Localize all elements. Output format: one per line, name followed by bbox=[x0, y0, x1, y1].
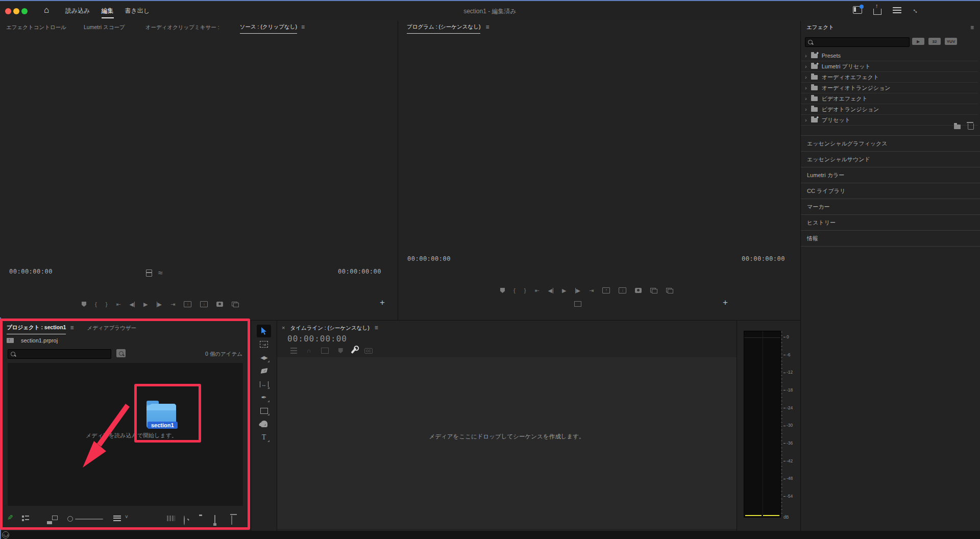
linked-selection-icon[interactable] bbox=[321, 348, 329, 354]
play-icon[interactable]: ▶ bbox=[562, 288, 566, 293]
step-back-icon[interactable]: ◀ bbox=[548, 288, 553, 293]
play-icon[interactable]: ▶ bbox=[143, 302, 148, 307]
go-to-out-icon[interactable]: ⇥ bbox=[170, 302, 175, 307]
program-button-editor-icon[interactable]: + bbox=[723, 298, 728, 308]
nested-sequence-icon[interactable] bbox=[290, 348, 297, 354]
tree-item-video-effects[interactable]: › ビデオエフェクト bbox=[801, 93, 978, 104]
step-back-icon[interactable]: ◀ bbox=[130, 302, 135, 307]
panel-header-markers[interactable]: マーカー bbox=[801, 199, 980, 214]
list-view-icon[interactable] bbox=[22, 516, 29, 521]
mark-out-icon[interactable]: } bbox=[524, 288, 526, 293]
mark-in-icon[interactable]: { bbox=[95, 302, 97, 307]
tree-item-lumetri-presets[interactable]: › Lumetri プリセット bbox=[801, 61, 978, 72]
clear-icon[interactable] bbox=[231, 516, 232, 525]
panel-header-essential-graphics[interactable]: エッセンシャルグラフィックス bbox=[801, 135, 980, 151]
project-search-input[interactable] bbox=[8, 349, 111, 359]
mark-out-icon[interactable]: } bbox=[106, 302, 108, 307]
new-item-icon[interactable] bbox=[214, 515, 215, 525]
timeline-settings-wrench-icon[interactable] bbox=[351, 348, 356, 354]
source-panel-menu-icon[interactable]: ≡ bbox=[301, 23, 305, 31]
tab-lumetri-scopes[interactable]: Lumetri スコープ bbox=[84, 21, 125, 34]
progress-dashboard-icon[interactable] bbox=[853, 6, 862, 14]
yuv-effects-icon[interactable]: YUV bbox=[945, 38, 957, 45]
audio-waveform-icon[interactable]: ≈ bbox=[158, 268, 163, 278]
search-bin-icon[interactable] bbox=[116, 349, 126, 357]
sort-chevron-down-icon[interactable]: ˅ bbox=[125, 514, 128, 520]
mark-in-icon[interactable]: { bbox=[513, 288, 516, 293]
tree-item-audio-effects[interactable]: › オーディオエフェクト bbox=[801, 72, 978, 83]
chevron-right-icon[interactable]: › bbox=[805, 53, 807, 59]
overwrite-icon[interactable]: ↓ bbox=[200, 301, 208, 307]
preview-thumbnails-icon[interactable] bbox=[167, 516, 175, 521]
panel-header-lumetri-color[interactable]: Lumetri カラー bbox=[801, 167, 980, 183]
source-button-editor-icon[interactable]: + bbox=[380, 298, 385, 308]
type-tool[interactable]: T bbox=[257, 431, 271, 444]
panel-header-info[interactable]: 情報 bbox=[801, 230, 980, 247]
tab-source[interactable]: ソース : (クリップなし) bbox=[240, 20, 297, 34]
lift-icon[interactable]: ↑ bbox=[602, 287, 610, 293]
close-panel-icon[interactable]: × bbox=[282, 325, 285, 331]
delete-custom-item-icon[interactable] bbox=[968, 124, 974, 130]
sort-icons-icon[interactable] bbox=[113, 516, 121, 521]
insert-icon[interactable]: ↓ bbox=[184, 301, 191, 307]
effects-search-input[interactable] bbox=[805, 37, 910, 47]
export-frame-icon[interactable] bbox=[635, 288, 642, 293]
tab-program[interactable]: プログラム : (シーケンスなし) bbox=[407, 20, 480, 34]
panel-header-cc-libraries[interactable]: CC ライブラリ bbox=[801, 183, 980, 199]
chevron-right-icon[interactable]: › bbox=[805, 106, 807, 112]
chevron-right-icon[interactable]: › bbox=[805, 63, 807, 69]
accelerated-effects-icon[interactable]: ▶ bbox=[912, 38, 924, 45]
track-select-forward-tool[interactable]: → bbox=[257, 338, 271, 351]
add-marker-icon[interactable] bbox=[338, 348, 343, 353]
timeline-timecode[interactable]: 00:00:00:00 bbox=[287, 334, 347, 344]
snap-magnet-icon[interactable]: ∩ bbox=[307, 347, 311, 354]
panel-header-history[interactable]: ヒストリー bbox=[801, 214, 980, 230]
audio-level-meter[interactable] bbox=[744, 331, 781, 518]
chevron-right-icon[interactable]: › bbox=[805, 85, 807, 91]
rectangle-tool[interactable] bbox=[257, 404, 271, 417]
chevron-right-icon[interactable]: › bbox=[805, 95, 807, 102]
workspaces-icon[interactable] bbox=[893, 7, 901, 13]
tab-project[interactable]: プロジェクト : section1 bbox=[7, 321, 66, 334]
quick-export-icon[interactable]: ↑ bbox=[873, 9, 881, 15]
panel-header-essential-sound[interactable]: エッセンシャルサウンド bbox=[801, 151, 980, 167]
export-frame-icon[interactable] bbox=[216, 302, 223, 307]
chevron-right-icon[interactable]: › bbox=[805, 74, 807, 80]
zoom-slider[interactable] bbox=[67, 516, 103, 522]
find-icon[interactable] bbox=[184, 516, 185, 525]
comparison-view-icon[interactable] bbox=[666, 288, 673, 293]
program-panel-menu-icon[interactable]: ≡ bbox=[485, 23, 489, 31]
pen-tool[interactable]: ✒ bbox=[257, 391, 271, 404]
effects-panel-menu-icon[interactable]: ≡ bbox=[970, 24, 974, 31]
hand-tool[interactable] bbox=[257, 418, 271, 430]
add-marker-icon[interactable] bbox=[500, 288, 505, 293]
go-to-out-icon[interactable]: ⇥ bbox=[589, 288, 594, 293]
tab-audio-clip-mixer[interactable]: オーディオクリップミキサー : bbox=[145, 21, 219, 34]
navigate-up-icon[interactable] bbox=[7, 338, 14, 343]
32bit-color-icon[interactable]: 32 bbox=[928, 38, 941, 45]
zoom-slider-track[interactable] bbox=[75, 519, 103, 520]
timeline-panel-menu-icon[interactable]: ≡ bbox=[375, 324, 378, 331]
step-forward-icon[interactable]: ▶ bbox=[157, 302, 162, 307]
project-file-name[interactable]: section1.prproj bbox=[21, 337, 58, 344]
multi-camera-icon[interactable] bbox=[650, 288, 657, 293]
tab-timeline[interactable]: タイムライン : (シーケンスなし) bbox=[290, 322, 369, 334]
tree-item-presets-jp[interactable]: › プリセット bbox=[801, 115, 978, 126]
tab-effect-controls[interactable]: エフェクトコントロール bbox=[6, 21, 66, 34]
slip-tool[interactable]: ↔ bbox=[257, 378, 271, 390]
ripple-edit-tool[interactable]: ◀▶ bbox=[257, 351, 271, 364]
tab-media-browser[interactable]: メディアブラウザー bbox=[87, 322, 136, 334]
new-custom-bin-icon[interactable] bbox=[954, 125, 961, 129]
add-marker-icon[interactable] bbox=[82, 302, 86, 307]
tree-item-video-transitions[interactable]: › ビデオトランジション bbox=[801, 104, 978, 115]
video-display-icon[interactable] bbox=[146, 270, 152, 277]
captions-icon[interactable]: CC bbox=[364, 348, 373, 354]
selection-tool[interactable] bbox=[257, 325, 271, 337]
project-panel-menu-icon[interactable]: ≡ bbox=[70, 324, 74, 331]
writable-pencil-icon[interactable]: ✎ bbox=[7, 513, 13, 522]
proxy-toggle-icon[interactable] bbox=[574, 301, 581, 307]
go-to-in-icon[interactable]: ⇤ bbox=[116, 302, 120, 307]
tree-item-presets[interactable]: › Presets bbox=[801, 51, 978, 61]
creative-cloud-icon[interactable] bbox=[2, 531, 9, 538]
go-to-in-icon[interactable]: ⇤ bbox=[534, 288, 539, 293]
